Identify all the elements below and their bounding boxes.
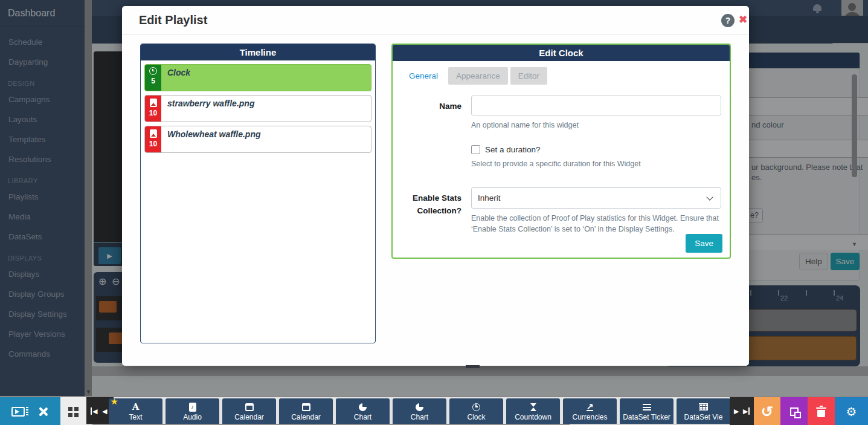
clock-icon [149,67,157,75]
widget-button-dataset-ticker[interactable]: DataSet Ticker [620,398,674,425]
toolbar-mode-group [0,397,60,425]
widget-name-label: Wholewheat waffle.png [161,126,261,152]
tab-appearance[interactable]: Appearance [448,67,508,85]
duration-strip: 10 [145,126,161,152]
image-icon [150,99,157,107]
audio-file-icon: ♪ [189,403,196,412]
grid-icon [68,407,79,417]
modal-header: Edit Playlist ? ✖ [122,6,749,35]
trend-chart-icon: ↗ [587,403,594,411]
undo-button[interactable]: ↺ [754,397,780,425]
table-icon [699,403,708,410]
widget-button-calendar[interactable]: Calendar [279,398,333,425]
duration-badge: 10 [149,109,157,117]
xibo-playlist-editor: ✖ Na ayout▾ Actions▾ ⚙ Dashboard Schedul… [0,0,868,425]
duration-badge: 5 [151,77,155,85]
stats-collection-select[interactable]: Inherit [471,187,721,209]
image-icon [150,129,157,138]
tab-general[interactable]: General [401,67,446,85]
widget-name-label: Clock [161,65,190,91]
widget-toolbar: ◀ ◀ ★ A Text ♪ Audio Calendar Calendar C… [0,396,868,425]
favourite-star-icon: ★ [111,397,118,406]
stats-field-label: Enable Stats Collection? [401,187,461,235]
timeline-panel-header: Timeline [141,44,375,60]
modal-title: Edit Playlist [139,13,207,27]
delete-button[interactable] [808,397,835,425]
edit-clock-panel-header: Edit Clock [393,45,730,61]
toolbar-scroll-right[interactable]: ▶ ▶ [730,397,754,425]
calendar-icon [302,403,310,411]
duration-badge: 10 [149,140,157,148]
duration-strip: 5 [145,65,161,91]
set-duration-help: Select to provide a specific duration fo… [471,158,721,169]
next-icon: ▶ [734,407,739,415]
timeline-panel: Timeline 5 Clock 10 strawberry waffle.pn… [140,44,376,343]
multi-select-icon [790,407,799,416]
save-button[interactable]: Save [686,234,722,253]
toolbar-grid-toggle[interactable] [60,397,86,425]
name-field-help: An optional name for this widget [471,120,721,131]
help-icon[interactable]: ? [721,14,735,27]
undo-icon: ↺ [761,403,773,420]
modal-resize-handle[interactable] [466,365,480,368]
pie-chart-icon [359,403,367,411]
set-duration-checkbox[interactable] [471,145,480,154]
tab-editor[interactable]: Editor [510,67,547,85]
widget-button-countdown[interactable]: Countdown [506,398,560,425]
widget-name-label: strawberry waffle.png [161,96,254,122]
text-icon: A [132,403,140,412]
timeline-item-image[interactable]: 10 strawberry waffle.png [144,95,371,122]
widget-button-dataset-view[interactable]: DataSet Vie [677,398,730,425]
list-icon [643,404,651,410]
widget-button-currencies[interactable]: ↗ Currencies [563,398,617,425]
set-duration-label: Set a duration? [485,145,541,154]
edit-tabs: General Appearance Editor [401,67,721,85]
stats-selected-value: Inherit [478,193,501,203]
stats-field-help: Enable the collection of Proof of Play s… [471,213,721,235]
last-page-icon: ▶ [743,407,748,415]
trash-icon [817,410,825,417]
widget-button-clock[interactable]: Clock [449,398,503,425]
widget-button-audio[interactable]: ♪ Audio [166,398,219,425]
toolbar-settings-button[interactable]: ⚙ [835,397,868,425]
edit-playlist-modal: Edit Playlist ? ✖ Timeline 5 Clock 10 [122,6,749,366]
hourglass-icon [530,403,536,411]
prev-icon: ◀ [102,407,107,415]
first-page-icon: ◀ [92,407,97,415]
multi-select-button[interactable] [780,397,808,425]
media-library-icon[interactable] [11,407,25,417]
calendar-icon [245,403,254,411]
name-field-label: Name [401,96,461,131]
edit-clock-panel: Edit Clock General Appearance Editor Nam… [391,44,731,259]
pie-chart-icon [416,403,423,411]
close-icon[interactable]: ✖ [739,13,747,26]
duration-strip: 10 [145,96,161,122]
widget-button-chart[interactable]: Chart [336,398,390,425]
tools-icon[interactable] [37,406,49,418]
gear-icon: ⚙ [846,404,857,419]
widget-button-calendar[interactable]: Calendar [222,398,276,425]
timeline-item-image[interactable]: 10 Wholewheat waffle.png [144,126,371,153]
clock-icon [472,403,480,411]
timeline-item-clock[interactable]: 5 Clock [144,64,371,91]
chevron-down-icon [706,194,713,201]
widget-button-chart[interactable]: Chart [393,398,446,425]
name-input[interactable] [471,96,721,115]
